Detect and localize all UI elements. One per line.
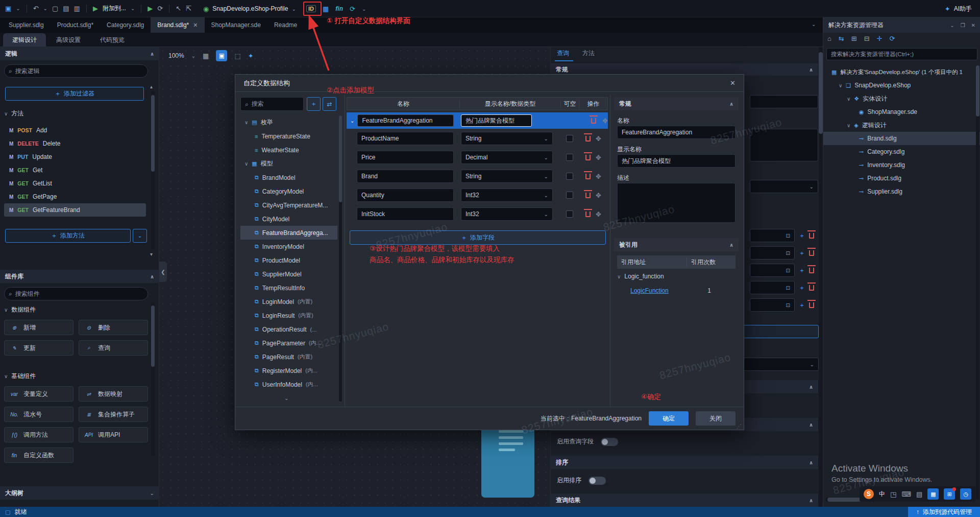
ime-language-icon[interactable]: 中 (879, 490, 885, 499)
refresh-icon[interactable]: ⟳ (889, 35, 895, 42)
add-icon[interactable]: ＋ (799, 284, 805, 292)
solution-search-input[interactable]: 搜索解决方案资源管理器(Ctrl+;) (826, 48, 977, 60)
expand-all-icon[interactable]: ⊞ (851, 35, 857, 42)
component-button[interactable]: ⊕ 新增 (4, 320, 74, 335)
enable-query-fields-toggle[interactable] (601, 438, 618, 446)
window-icon[interactable]: ▣ (5, 5, 11, 12)
delete-icon[interactable] (809, 302, 814, 308)
component-button[interactable]: ⇌ 数据映射 (79, 386, 148, 402)
sync-icon[interactable]: ⟳ (350, 5, 355, 13)
grid-toggle-icon[interactable]: ▦ (203, 52, 209, 60)
tab-method[interactable]: 方法 (582, 49, 595, 58)
basic-components-group[interactable]: ∨ 基础组件 (4, 372, 36, 381)
move-icon[interactable]: ✥ (596, 154, 601, 161)
logic-search-input[interactable]: ⌕ 搜索逻辑 (4, 64, 148, 78)
component-button[interactable]: ⊖ 删除 (79, 320, 148, 335)
chevron-down-icon[interactable]: ⌄ (350, 118, 354, 124)
sync-icon[interactable]: ⇆ (839, 35, 844, 42)
query-result-header[interactable]: 查询结果 ∧ (551, 494, 818, 507)
cursor-snap-icon[interactable]: ⇱ (186, 5, 191, 12)
model-display-name-input[interactable]: 热门品牌聚合模型 (461, 114, 532, 127)
component-button[interactable]: ⌕ 查询 (79, 340, 148, 356)
add-field-button[interactable]: ＋添加字段 (350, 230, 606, 245)
delete-icon[interactable] (585, 136, 591, 142)
tree-scroll-down-icon[interactable]: ⌄ (284, 395, 288, 401)
cursor-select-icon[interactable]: ↖ (176, 5, 181, 12)
entity-design-node[interactable]: ∨ ❖ 实体设计 (823, 92, 980, 105)
home-icon[interactable]: ⌂ (827, 35, 831, 42)
delete-icon[interactable] (809, 268, 814, 273)
ime-apps-icon[interactable]: ⊞ (944, 488, 955, 500)
collapse-all-icon[interactable]: ⊟ (864, 35, 870, 42)
zoom-level[interactable]: 100% (168, 52, 184, 59)
model-item[interactable]: ⧉ UserInfoModel (内... (240, 378, 337, 391)
properties-icon[interactable]: ✛ (877, 35, 883, 42)
component-button[interactable]: var 变量定义 (4, 386, 74, 402)
enum-group-node[interactable]: ∨ ▤ 枚举 (240, 115, 337, 129)
snap-toggle-icon[interactable]: ▣ (216, 50, 227, 61)
model-name-input[interactable]: FeatureBrandAggregation (357, 114, 454, 127)
document-tab[interactable]: Supplier.sdlg ✕ (2, 17, 51, 33)
properties-scrollbar[interactable] (819, 47, 823, 507)
description-textarea[interactable] (617, 183, 736, 223)
attach-button[interactable]: 附加到... (103, 4, 126, 13)
ime-clock-icon[interactable]: ◷ (960, 488, 971, 500)
model-item[interactable]: ⧉ RegisterModel (内... (240, 364, 337, 378)
project-node[interactable]: ∨ ❑ SnapDevelop.eShop (823, 79, 980, 92)
components-search-input[interactable]: ⌕ 搜索组件 (4, 287, 148, 300)
model-item[interactable]: ⧉ InventoryModel (240, 240, 337, 253)
tab-overflow-icon[interactable]: ⌄ (812, 21, 816, 27)
move-icon[interactable]: ✥ (596, 173, 601, 180)
method-item[interactable]: M DELETE Delete (4, 137, 146, 150)
field-name-input[interactable]: Price (357, 151, 454, 164)
output-icon[interactable]: ▢ (5, 509, 10, 515)
cancel-button[interactable]: 关闭 (696, 411, 736, 426)
enable-sort-toggle[interactable] (589, 477, 606, 485)
reference-group-node[interactable]: ∨ Logic_function (617, 273, 664, 280)
component-button[interactable]: ≣ 集合操作算子 (79, 407, 148, 422)
logic-panel-header[interactable]: 逻辑 ∧ (0, 47, 159, 60)
delete-icon[interactable] (591, 118, 596, 124)
sde-file-node[interactable]: ◉ ShopManager.sde (823, 105, 980, 119)
method-item[interactable]: M PUT Update (4, 150, 146, 163)
field-type-select[interactable]: String ⌄ (461, 132, 553, 145)
outline-tree-header[interactable]: 大纲树 ⌄ (0, 486, 159, 500)
model-row[interactable]: ⌄ FeatureBrandAggregation 热门品牌聚合模型 ✥ (347, 112, 608, 129)
display-name-input[interactable]: 热门品牌聚合模型 (617, 154, 736, 168)
model-item[interactable]: ⧉ PageParameter (内... (240, 336, 337, 350)
close-icon[interactable]: ✕ (971, 22, 975, 28)
field-name-input[interactable]: Quantity (357, 189, 454, 202)
component-button[interactable]: ✎ 更新 (4, 340, 74, 356)
scroll-down-icon[interactable]: ▾ (150, 251, 153, 257)
model-item[interactable]: ⧉ OperationResult (... (240, 322, 337, 336)
ok-button[interactable]: 确定 (649, 411, 689, 426)
nullable-checkbox[interactable] (566, 192, 573, 199)
enum-item[interactable]: ≡ WeatherState (240, 143, 337, 157)
methods-group-header[interactable]: ∨ 方法 (4, 109, 23, 118)
sdlg-file-node[interactable]: ⊸ Supplier.sdlg (823, 185, 980, 198)
refresh-icon[interactable]: ⟳ (157, 5, 163, 12)
field-type-select[interactable]: Int32 ⌄ (461, 189, 553, 202)
move-icon[interactable]: ✥ (596, 210, 601, 218)
logic-scrollbar[interactable] (151, 91, 155, 249)
tab-query[interactable]: 查询 (557, 49, 569, 58)
document-tab[interactable]: Brand.sdlg* ✕ (151, 17, 204, 33)
model-item[interactable]: ⧉ CityAvgTemperatureM... (240, 198, 337, 212)
components-panel-header[interactable]: 组件库 ∧ (0, 270, 159, 283)
model-item[interactable]: ⧉ CategoryModel (240, 184, 337, 198)
panel-collapse-handle[interactable]: ❮ (159, 262, 167, 282)
document-tab[interactable]: Product.sdlg* ✕ (51, 17, 100, 33)
general-header[interactable]: 常规 ∧ (614, 97, 739, 110)
expand-icon[interactable]: ⌄ (150, 490, 154, 496)
ime-panel-icon[interactable]: ▦ (927, 488, 939, 500)
resize-grip[interactable]: ⋰ (737, 424, 742, 429)
model-item[interactable]: ⧉ FeatureBrandAggrega... (240, 226, 337, 240)
document-tab[interactable]: Category.sdlg ✕ (100, 17, 151, 33)
field-name-input[interactable]: ProductName (357, 132, 454, 145)
method-item[interactable]: M GET GetList (4, 177, 146, 190)
nullable-checkbox[interactable] (566, 154, 573, 161)
sdlg-file-node[interactable]: ⊸ Inventory.sdlg (823, 158, 980, 172)
model-group-node[interactable]: ∨ ▦ 模型 (240, 157, 337, 171)
chevron-down-icon[interactable]: ⌄ (131, 6, 135, 11)
model-item[interactable]: ⧉ LoginResult (内置) (240, 309, 337, 322)
